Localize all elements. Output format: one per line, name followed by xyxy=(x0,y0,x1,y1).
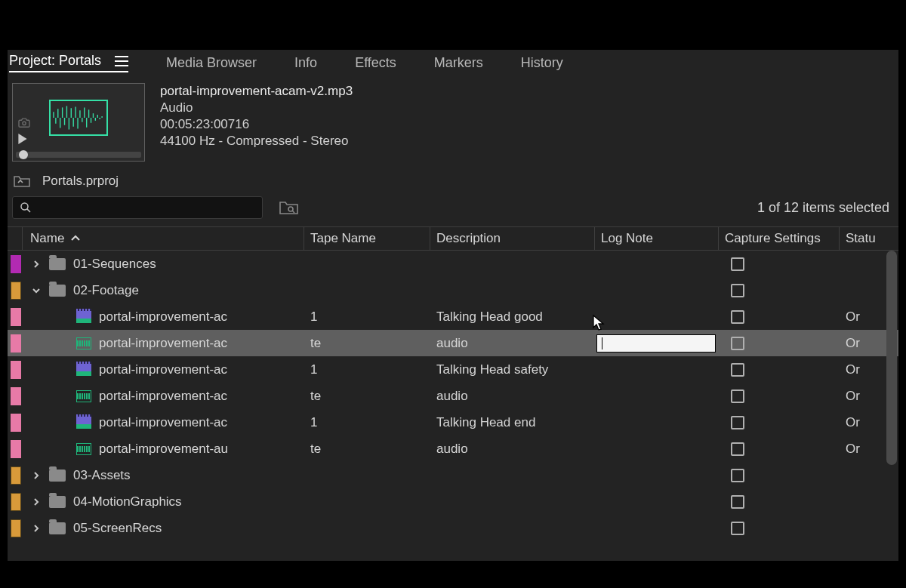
col-status[interactable]: Statu xyxy=(840,227,898,250)
checkbox-icon[interactable] xyxy=(731,284,744,297)
search-input[interactable] xyxy=(12,196,263,219)
log-note-input[interactable] xyxy=(596,334,716,352)
label-swatch[interactable] xyxy=(11,493,21,511)
tape-cell[interactable]: 1 xyxy=(304,415,430,430)
checkbox-icon[interactable] xyxy=(731,310,744,324)
tab-history[interactable]: History xyxy=(521,55,563,71)
clip-format: 44100 Hz - Compressed - Stereo xyxy=(160,133,353,149)
col-label[interactable] xyxy=(8,227,23,250)
capture-settings-cell[interactable] xyxy=(719,310,840,324)
table-row[interactable]: portal-improvement-ac1Talking Head safet… xyxy=(8,356,898,383)
capture-settings-cell[interactable] xyxy=(719,416,840,429)
clip-thumbnail[interactable] xyxy=(12,83,145,162)
table-row[interactable]: 05-ScreenRecs xyxy=(8,515,898,541)
description-cell[interactable]: audio xyxy=(430,442,595,457)
label-swatch[interactable] xyxy=(11,255,21,273)
tape-cell[interactable]: 1 xyxy=(304,309,430,325)
description-cell[interactable]: Talking Head end xyxy=(430,415,595,430)
capture-settings-cell[interactable] xyxy=(719,495,840,509)
col-capture-settings[interactable]: Capture Settings xyxy=(719,227,840,250)
chevron-right-icon[interactable] xyxy=(23,497,49,506)
item-name: 03-Assets xyxy=(73,468,131,483)
label-swatch[interactable] xyxy=(11,440,21,458)
bin-up-icon[interactable] xyxy=(12,174,32,188)
label-swatch[interactable] xyxy=(11,466,21,485)
name-cell[interactable]: 03-Assets xyxy=(49,468,304,483)
log-note-cell[interactable] xyxy=(595,334,719,352)
checkbox-icon[interactable] xyxy=(731,337,744,350)
checkbox-icon[interactable] xyxy=(731,389,744,403)
label-swatch[interactable] xyxy=(11,361,21,379)
table-row[interactable]: portal-improvement-ac1Talking Head endOr xyxy=(8,409,898,436)
label-swatch[interactable] xyxy=(11,308,21,326)
hamburger-icon[interactable] xyxy=(115,56,128,66)
name-cell[interactable]: portal-improvement-ac xyxy=(49,389,304,404)
name-cell[interactable]: 02-Footage xyxy=(49,283,304,298)
table-row[interactable]: portal-improvement-acteaudioOr xyxy=(8,383,898,409)
chevron-right-icon[interactable] xyxy=(23,260,49,269)
video-clip-icon xyxy=(76,364,91,376)
description-cell[interactable]: Talking Head safety xyxy=(430,362,595,377)
col-name[interactable]: Name xyxy=(23,227,304,250)
name-cell[interactable]: 04-MotionGraphics xyxy=(49,494,304,509)
col-log-note[interactable]: Log Note xyxy=(595,227,719,250)
tab-media-browser[interactable]: Media Browser xyxy=(166,55,257,71)
checkbox-icon[interactable] xyxy=(731,363,744,377)
col-tape[interactable]: Tape Name xyxy=(304,227,430,250)
description-cell[interactable]: audio xyxy=(430,389,595,404)
label-swatch[interactable] xyxy=(11,387,21,405)
capture-settings-cell[interactable] xyxy=(719,389,840,403)
play-icon[interactable] xyxy=(17,134,28,147)
capture-settings-cell[interactable] xyxy=(719,257,840,271)
checkbox-icon[interactable] xyxy=(731,416,744,429)
capture-settings-cell[interactable] xyxy=(719,284,840,297)
chevron-down-icon[interactable] xyxy=(23,286,49,295)
capture-settings-cell[interactable] xyxy=(719,363,840,377)
col-description[interactable]: Description xyxy=(430,227,595,250)
label-swatch[interactable] xyxy=(11,282,21,300)
checkbox-icon[interactable] xyxy=(731,522,744,535)
checkbox-icon[interactable] xyxy=(731,469,744,482)
table-row[interactable]: portal-improvement-ac1Talking Head goodO… xyxy=(8,303,898,330)
capture-settings-cell[interactable] xyxy=(719,442,840,456)
tab-project[interactable]: Project: Portals xyxy=(9,53,128,72)
name-cell[interactable]: portal-improvement-ac xyxy=(49,415,304,430)
name-cell[interactable]: portal-improvement-ac xyxy=(49,362,304,377)
capture-settings-cell[interactable] xyxy=(719,522,840,535)
checkbox-icon[interactable] xyxy=(731,495,744,509)
checkbox-icon[interactable] xyxy=(731,442,744,456)
scrollbar-thumb[interactable] xyxy=(886,251,897,465)
capture-settings-cell[interactable] xyxy=(719,337,840,350)
chevron-right-icon[interactable] xyxy=(23,471,49,480)
checkbox-icon[interactable] xyxy=(731,257,744,271)
name-cell[interactable]: 05-ScreenRecs xyxy=(49,521,304,536)
poster-frame-icon[interactable] xyxy=(17,117,31,131)
tape-cell[interactable]: te xyxy=(304,442,430,457)
chevron-right-icon[interactable] xyxy=(23,524,49,533)
table-row[interactable]: 03-Assets xyxy=(8,462,898,488)
table-row[interactable]: portal-improvement-acteaudioOr xyxy=(8,330,898,356)
thumbnail-scrubber[interactable] xyxy=(16,152,141,158)
label-swatch[interactable] xyxy=(11,414,21,432)
table-row[interactable]: 04-MotionGraphics xyxy=(8,488,898,515)
name-cell[interactable]: portal-improvement-ac xyxy=(49,336,304,351)
label-swatch[interactable] xyxy=(11,519,21,537)
vertical-scrollbar[interactable] xyxy=(885,251,898,541)
table-row[interactable]: portal-improvement-auteaudioOr xyxy=(8,436,898,462)
tab-markers[interactable]: Markers xyxy=(434,55,483,71)
description-cell[interactable]: Talking Head good xyxy=(430,309,595,325)
label-swatch[interactable] xyxy=(11,334,21,352)
tape-cell[interactable]: te xyxy=(304,336,430,351)
table-row[interactable]: 02-Footage xyxy=(8,277,898,303)
capture-settings-cell[interactable] xyxy=(719,469,840,482)
tab-info[interactable]: Info xyxy=(294,55,317,71)
name-cell[interactable]: 01-Sequences xyxy=(49,257,304,272)
new-search-bin-icon[interactable] xyxy=(278,199,300,217)
tab-effects[interactable]: Effects xyxy=(355,55,396,71)
tape-cell[interactable]: te xyxy=(304,389,430,404)
description-cell[interactable]: audio xyxy=(430,336,595,351)
tape-cell[interactable]: 1 xyxy=(304,362,430,377)
table-row[interactable]: 01-Sequences xyxy=(8,251,898,277)
name-cell[interactable]: portal-improvement-au xyxy=(49,442,304,457)
name-cell[interactable]: portal-improvement-ac xyxy=(49,309,304,325)
